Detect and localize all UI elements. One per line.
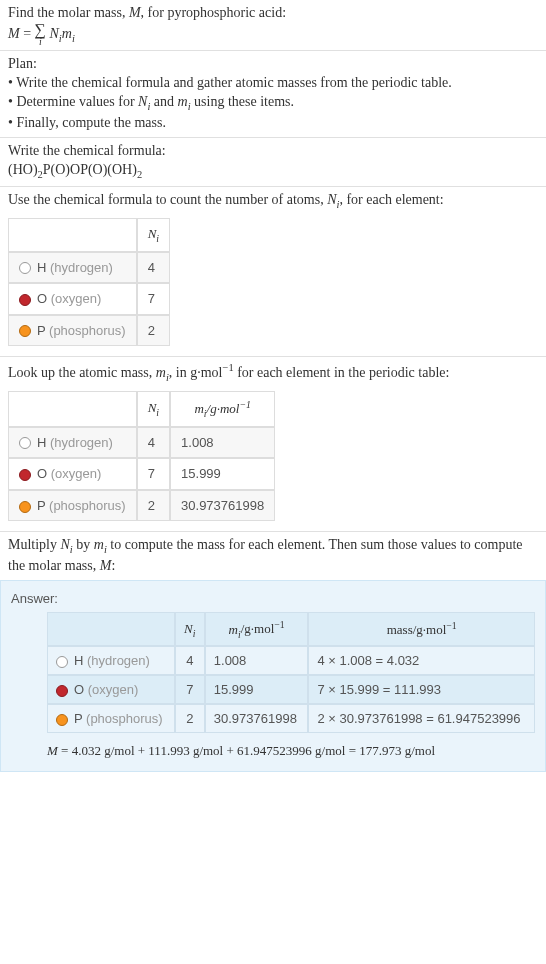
m-cell: 15.999: [205, 675, 309, 704]
atomic-mass-table: Ni mi/g·mol−1 H (hydrogen) 4 1.008 O (ox…: [8, 391, 275, 522]
element-cell: H (hydrogen): [8, 252, 137, 284]
table-row: O (oxygen) 7 15.999: [8, 458, 275, 490]
n-cell: 2: [137, 490, 170, 522]
n-cell: 2: [137, 315, 170, 347]
answer-table: Ni mi/g·mol−1 mass/g·mol−1 H (hydrogen) …: [47, 612, 535, 733]
oxygen-dot-icon: [19, 294, 31, 306]
answer-label: Answer:: [11, 591, 535, 606]
phosphorus-dot-icon: [19, 501, 31, 513]
plan-bullet: • Determine values for Ni and mi using t…: [8, 93, 538, 114]
count-block: Use the chemical formula to count the nu…: [0, 187, 546, 357]
col-header-n: Ni: [175, 612, 205, 646]
hydrogen-dot-icon: [19, 262, 31, 274]
intro-line: Find the molar mass, M, for pyrophosphor…: [8, 4, 538, 23]
intro-block: Find the molar mass, M, for pyrophosphor…: [0, 0, 546, 51]
element-cell: P (phosphorus): [8, 490, 137, 522]
table-row: P (phosphorus) 2 30.973761998: [8, 490, 275, 522]
intro-formula: M = ∑i Nimi: [8, 23, 538, 46]
phosphorus-dot-icon: [56, 714, 68, 726]
plan-title: Plan:: [8, 55, 538, 74]
multiply-block: Multiply Ni by mi to compute the mass fo…: [0, 532, 546, 580]
table-corner: [8, 218, 137, 252]
answer-block: Answer: Ni mi/g·mol−1 mass/g·mol−1 H (hy…: [0, 580, 546, 772]
oxygen-dot-icon: [19, 469, 31, 481]
table-corner: [8, 391, 137, 427]
element-cell: H (hydrogen): [8, 427, 137, 459]
element-cell: O (oxygen): [8, 458, 137, 490]
n-cell: 4: [137, 427, 170, 459]
n-cell: 4: [137, 252, 170, 284]
m-cell: 15.999: [170, 458, 275, 490]
col-header-n: Ni: [137, 391, 170, 427]
element-cell: O (oxygen): [47, 675, 175, 704]
table-row: H (hydrogen) 4 1.008: [8, 427, 275, 459]
n-cell: 4: [175, 646, 205, 675]
m-cell: 1.008: [205, 646, 309, 675]
table-row: H (hydrogen) 4: [8, 252, 170, 284]
phosphorus-dot-icon: [19, 325, 31, 337]
table-row: P (phosphorus) 2: [8, 315, 170, 347]
table-row: O (oxygen) 7: [8, 283, 170, 315]
element-cell: H (hydrogen): [47, 646, 175, 675]
plan-block: Plan: • Write the chemical formula and g…: [0, 51, 546, 138]
sigma-icon: ∑i: [35, 23, 46, 46]
count-title: Use the chemical formula to count the nu…: [8, 191, 538, 212]
n-cell: 7: [137, 458, 170, 490]
mass-cell: 4 × 1.008 = 4.032: [308, 646, 535, 675]
col-header-mass: mass/g·mol−1: [308, 612, 535, 646]
table-row: H (hydrogen) 4 1.008 4 × 1.008 = 4.032: [47, 646, 535, 675]
chem-formula-block: Write the chemical formula: (HO)2P(O)OP(…: [0, 138, 546, 187]
n-cell: 7: [175, 675, 205, 704]
answer-content: Ni mi/g·mol−1 mass/g·mol−1 H (hydrogen) …: [11, 612, 535, 759]
m-cell: 1.008: [170, 427, 275, 459]
col-header-n: Ni: [137, 218, 170, 252]
element-cell: P (phosphorus): [47, 704, 175, 733]
mass-cell: 2 × 30.973761998 = 61.947523996: [308, 704, 535, 733]
hydrogen-dot-icon: [56, 656, 68, 668]
table-row: O (oxygen) 7 15.999 7 × 15.999 = 111.993: [47, 675, 535, 704]
answer-sum: M = 4.032 g/mol + 111.993 g/mol + 61.947…: [47, 743, 535, 759]
chem-formula-title: Write the chemical formula:: [8, 142, 538, 161]
element-cell: P (phosphorus): [8, 315, 137, 347]
table-row: P (phosphorus) 2 30.973761998 2 × 30.973…: [47, 704, 535, 733]
n-cell: 2: [175, 704, 205, 733]
m-cell: 30.973761998: [205, 704, 309, 733]
col-header-m: mi/g·mol−1: [205, 612, 309, 646]
mass-cell: 7 × 15.999 = 111.993: [308, 675, 535, 704]
table-corner: [47, 612, 175, 646]
element-cell: O (oxygen): [8, 283, 137, 315]
col-header-m: mi/g·mol−1: [170, 391, 275, 427]
plan-bullet: • Write the chemical formula and gather …: [8, 74, 538, 93]
chem-formula-value: (HO)2P(O)OP(O)(OH)2: [8, 161, 538, 182]
atom-count-table: Ni H (hydrogen) 4 O (oxygen) 7 P (phosph…: [8, 218, 170, 346]
lookup-block: Look up the atomic mass, mi, in g·mol−1 …: [0, 357, 546, 532]
oxygen-dot-icon: [56, 685, 68, 697]
m-cell: 30.973761998: [170, 490, 275, 522]
lookup-title: Look up the atomic mass, mi, in g·mol−1 …: [8, 361, 538, 385]
plan-bullet: • Finally, compute the mass.: [8, 114, 538, 133]
hydrogen-dot-icon: [19, 437, 31, 449]
n-cell: 7: [137, 283, 170, 315]
